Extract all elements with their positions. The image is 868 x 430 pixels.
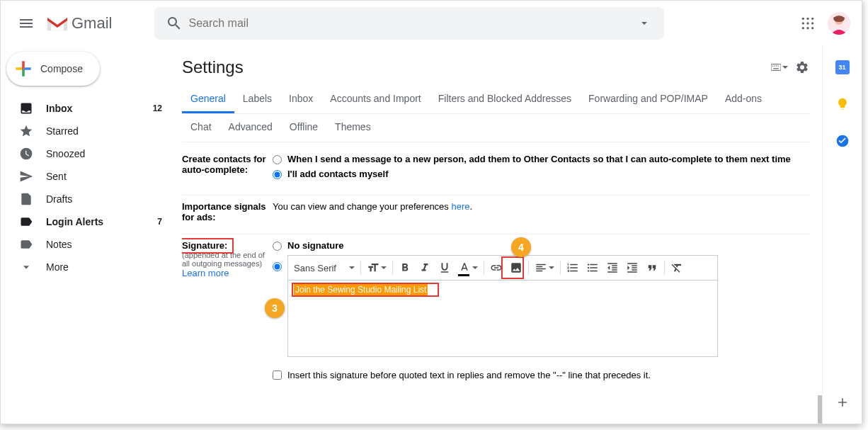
scrollbar-thumb[interactable]	[818, 395, 822, 424]
get-addons[interactable]	[835, 395, 850, 409]
signature-editor[interactable]: Join the Sewing Studio Mailing List	[287, 281, 718, 357]
keep-addon[interactable]	[835, 97, 850, 111]
contacts-option1: When I send a message to a new person, a…	[287, 154, 791, 164]
caret-down-icon	[472, 266, 478, 269]
gear-icon	[795, 60, 809, 74]
compose-button[interactable]: Compose	[6, 52, 100, 86]
tab-themes[interactable]: Themes	[326, 114, 379, 142]
italic-icon	[418, 261, 431, 274]
underline-button[interactable]	[435, 258, 454, 278]
search-input[interactable]	[188, 17, 630, 30]
signature-learn-more-link[interactable]: Learn more	[182, 268, 273, 278]
settings-gear-button[interactable]	[794, 59, 811, 76]
account-avatar[interactable]	[828, 12, 850, 35]
plus-icon	[835, 395, 850, 409]
annotation-marker-3: 3	[265, 298, 285, 318]
tab-general[interactable]: General	[182, 86, 234, 113]
header: Gmail	[1, 1, 862, 46]
numbered-list-button[interactable]	[564, 258, 582, 278]
indent-less-button[interactable]	[603, 258, 622, 278]
search-button[interactable]	[160, 9, 188, 38]
indent-more-icon	[626, 261, 639, 274]
search-bar	[154, 7, 664, 40]
clock-icon	[19, 147, 33, 161]
login-alerts-count: 7	[157, 217, 162, 227]
hamburger-menu-button[interactable]	[9, 6, 43, 40]
sidebar-item-notes[interactable]: Notes	[1, 233, 182, 256]
importance-here-link[interactable]: here	[451, 201, 469, 212]
remove-format-button[interactable]	[668, 258, 686, 278]
sidebar-item-sent[interactable]: Sent	[1, 165, 182, 188]
compose-plus-icon	[6, 52, 40, 86]
tasks-addon[interactable]	[835, 134, 850, 148]
align-button[interactable]	[532, 258, 557, 278]
sidebar-item-starred[interactable]: Starred	[1, 120, 182, 142]
tab-filters[interactable]: Filters and Blocked Addresses	[430, 86, 580, 113]
input-tools-button[interactable]	[771, 59, 788, 76]
google-apps-button[interactable]	[794, 9, 822, 38]
quote-button[interactable]	[643, 258, 661, 278]
sidebar-label: Drafts	[46, 193, 72, 205]
contacts-radio-manual[interactable]	[273, 170, 282, 179]
sidebar-label: Login Alerts	[46, 216, 103, 227]
signature-label: Signature:	[182, 240, 227, 251]
tab-labels[interactable]: Labels	[234, 86, 280, 113]
side-panel: 31	[822, 46, 862, 424]
search-icon	[166, 15, 183, 32]
svg-rect-16	[773, 68, 779, 69]
setting-importance-signals: Importance signals for ads: You can view…	[182, 196, 811, 234]
apps-grid-icon	[801, 16, 815, 30]
tasks-icon	[835, 134, 850, 148]
font-size-button[interactable]	[364, 258, 389, 278]
signature-before-quoted-checkbox[interactable]	[273, 370, 282, 380]
sidebar-item-more[interactable]: More	[1, 256, 182, 278]
logo-text: Gmail	[72, 14, 112, 33]
importance-text-post: .	[470, 201, 473, 212]
link-button[interactable]	[487, 258, 506, 278]
sidebar-label: Sent	[46, 171, 67, 182]
calendar-addon[interactable]: 31	[835, 60, 850, 74]
text-color-button[interactable]	[455, 258, 481, 278]
contacts-radio-auto[interactable]	[273, 155, 282, 164]
bullet-list-button[interactable]	[583, 258, 602, 278]
chevron-down-icon	[19, 260, 33, 274]
signature-radio-none[interactable]	[273, 242, 282, 251]
annotation-marker-4: 4	[511, 237, 531, 257]
sidebar-item-drafts[interactable]: Drafts	[1, 188, 182, 210]
label-icon	[19, 237, 33, 251]
inbox-icon	[19, 101, 33, 115]
sidebar-label: Notes	[46, 239, 72, 250]
signature-checkbox-label: Insert this signature before quoted text…	[287, 370, 651, 380]
indent-more-button[interactable]	[623, 258, 641, 278]
sidebar-item-inbox[interactable]: Inbox 12	[1, 97, 182, 120]
search-options-button[interactable]	[630, 9, 658, 38]
tab-offline[interactable]: Offline	[281, 114, 326, 142]
bold-button[interactable]	[396, 258, 414, 278]
numbered-list-icon	[566, 261, 579, 274]
tab-addons[interactable]: Add-ons	[716, 86, 770, 113]
star-icon	[19, 124, 33, 138]
sidebar-item-snoozed[interactable]: Snoozed	[1, 142, 182, 165]
svg-rect-11	[771, 64, 781, 71]
tab-chat[interactable]: Chat	[182, 114, 220, 142]
signature-radio-custom[interactable]	[273, 262, 282, 271]
font-family-select[interactable]: Sans Serif	[291, 258, 358, 278]
gmail-logo[interactable]: Gmail	[46, 14, 112, 33]
image-icon	[510, 261, 522, 274]
tab-advanced[interactable]: Advanced	[220, 114, 281, 142]
tab-forwarding[interactable]: Forwarding and POP/IMAP	[580, 86, 716, 113]
svg-point-7	[806, 27, 809, 29]
tab-accounts[interactable]: Accounts and Import	[321, 86, 429, 113]
sidebar-item-login-alerts[interactable]: Login Alerts 7	[1, 210, 182, 233]
svg-rect-12	[772, 65, 773, 66]
svg-point-1	[806, 18, 809, 20]
tab-inbox[interactable]: Inbox	[280, 86, 321, 113]
caret-down-icon	[349, 266, 355, 269]
signature-text: Join the Sewing Studio Mailing List	[294, 284, 428, 295]
italic-button[interactable]	[416, 258, 434, 278]
hamburger-icon	[18, 15, 35, 32]
image-button[interactable]	[507, 258, 525, 278]
gmail-logo-icon	[46, 15, 69, 32]
quote-icon	[646, 261, 658, 274]
no-signature-label: No signature	[287, 240, 343, 251]
